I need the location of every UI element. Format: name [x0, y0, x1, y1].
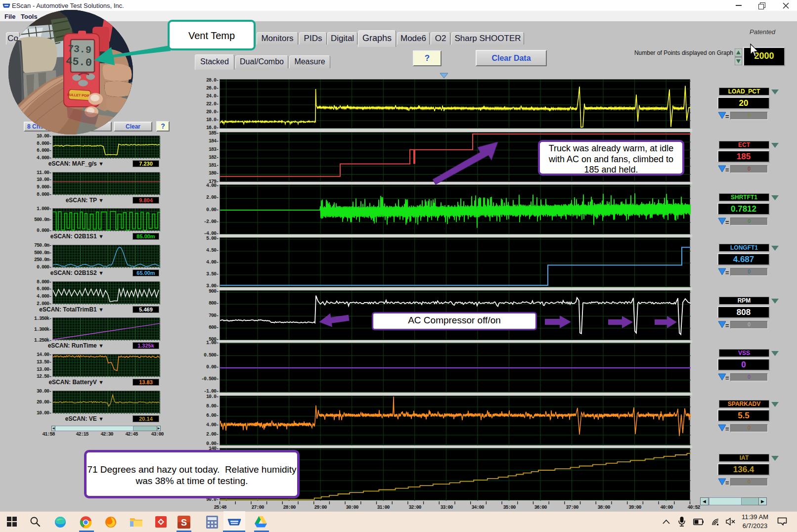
- svg-text:S: S: [181, 518, 187, 528]
- svg-text:45.0: 45.0: [65, 55, 92, 70]
- svg-text:73.9: 73.9: [67, 43, 92, 56]
